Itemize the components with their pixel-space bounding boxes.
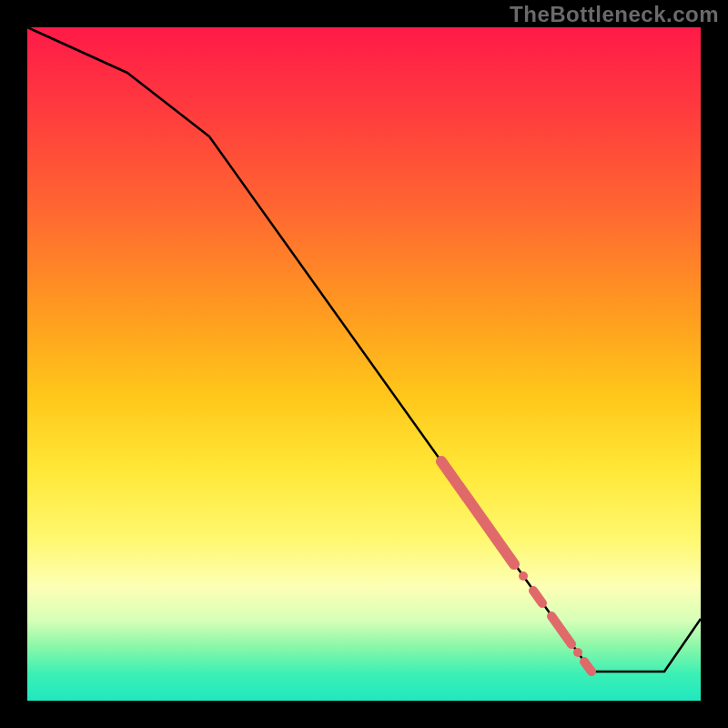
curve-layer bbox=[27, 27, 701, 701]
highlight-segment bbox=[533, 591, 542, 603]
highlight-dot bbox=[573, 648, 582, 657]
main-curve bbox=[27, 27, 701, 672]
watermark-text: TheBottleneck.com bbox=[510, 4, 719, 25]
highlight-dot bbox=[519, 571, 528, 581]
chart-frame: TheBottleneck.com bbox=[0, 0, 728, 728]
highlight-segment bbox=[584, 662, 592, 672]
highlight-segment bbox=[441, 461, 514, 564]
highlight-segment bbox=[551, 616, 571, 644]
highlight-segments bbox=[441, 461, 592, 672]
plot-area bbox=[27, 27, 701, 701]
